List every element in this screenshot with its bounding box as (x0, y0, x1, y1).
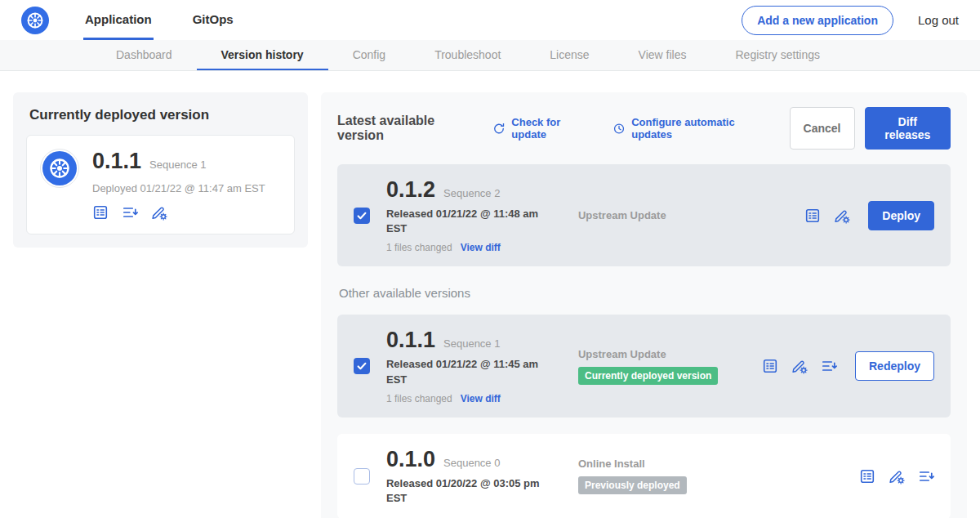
version-row: 0.1.2 Sequence 2 Released 01/21/22 @ 11:… (337, 164, 951, 266)
edit-config-icon[interactable] (151, 204, 167, 221)
deployed-card-title: Currently deployed version (29, 107, 295, 123)
currently-deployed-badge: Currently deployed version (578, 367, 718, 385)
top-navbar: Application GitOps Add a new application… (0, 0, 980, 40)
released-timestamp: Released 01/21/22 @ 11:45 am EST (386, 357, 550, 386)
previously-deployed-badge: Previously deployed (578, 476, 687, 494)
deployed-version-card: 0.1.1 Sequence 1 Deployed 01/21/22 @ 11:… (26, 135, 295, 234)
deploy-logs-icon[interactable] (821, 358, 837, 374)
clock-icon (612, 122, 626, 136)
tab-gitops[interactable]: GitOps (191, 0, 235, 40)
subnav-tab-license[interactable]: License (525, 40, 613, 70)
version-checkbox[interactable] (354, 208, 370, 224)
redeploy-button[interactable]: Redeploy (855, 351, 934, 381)
cancel-button[interactable]: Cancel (790, 107, 855, 150)
view-diff-link[interactable]: View diff (461, 393, 501, 404)
release-notes-icon[interactable] (762, 358, 778, 374)
subnav-tab-dashboard[interactable]: Dashboard (91, 40, 197, 70)
version-checkbox[interactable] (354, 468, 370, 485)
refresh-icon (492, 122, 506, 136)
subnav-tab-config[interactable]: Config (328, 40, 410, 70)
app-subnav: Dashboard Version history Config Trouble… (0, 40, 980, 71)
kubernetes-logo-icon[interactable] (21, 7, 49, 34)
version-number: 0.1.0 (386, 447, 435, 472)
files-changed-label: 1 files changed (386, 242, 452, 253)
check-for-update-link[interactable]: Check for update (492, 116, 593, 141)
configure-automatic-updates-link[interactable]: Configure automatic updates (612, 116, 769, 141)
subnav-tab-registry-settings[interactable]: Registry settings (710, 40, 844, 70)
deploy-logs-icon[interactable] (122, 204, 138, 221)
subnav-tab-troubleshoot[interactable]: Troubleshoot (410, 40, 525, 70)
release-notes-icon[interactable] (804, 208, 821, 224)
released-timestamp: Released 01/21/22 @ 11:48 am EST (386, 207, 550, 236)
other-versions-heading: Other available versions (339, 286, 949, 300)
edit-config-icon[interactable] (889, 468, 905, 485)
check-for-update-label: Check for update (511, 116, 593, 141)
release-notes-icon[interactable] (92, 204, 109, 221)
subnav-tab-version-history[interactable]: Version history (197, 40, 328, 70)
add-new-application-button[interactable]: Add a new application (742, 6, 893, 35)
subnav-tab-view-files[interactable]: View files (614, 40, 711, 70)
deploy-button[interactable]: Deploy (868, 201, 934, 230)
deployed-version-number: 0.1.1 (92, 149, 141, 174)
sequence-label: Sequence 0 (443, 457, 500, 469)
main-content: Currently deployed version 0.1.1 Sequenc… (0, 71, 980, 518)
tab-application[interactable]: Application (83, 0, 154, 40)
released-timestamp: Released 01/20/22 @ 03:05 pm EST (386, 476, 550, 506)
files-changed-label: 1 files changed (386, 393, 452, 404)
version-source-label: Online Install (578, 458, 762, 470)
diff-releases-button[interactable]: Diff releases (865, 107, 951, 150)
sequence-label: Sequence 2 (443, 187, 500, 199)
release-notes-icon[interactable] (859, 468, 875, 485)
edit-config-icon[interactable] (791, 358, 808, 374)
deploy-logs-icon[interactable] (918, 468, 934, 485)
version-source-label: Upstream Update (578, 348, 762, 360)
logout-link[interactable]: Log out (918, 13, 959, 27)
version-row: 0.1.1 Sequence 1 Released 01/21/22 @ 11:… (337, 315, 951, 417)
latest-version-title: Latest available version (337, 114, 476, 143)
kubernetes-app-icon (40, 149, 79, 188)
edit-config-icon[interactable] (834, 208, 850, 224)
deployed-timestamp: Deployed 01/21/22 @ 11:47 am EST (92, 182, 265, 194)
view-diff-link[interactable]: View diff (461, 242, 501, 253)
version-row: 0.1.0 Sequence 0 Released 01/20/22 @ 03:… (337, 434, 951, 518)
currently-deployed-card: Currently deployed version 0.1.1 Sequenc… (13, 92, 308, 248)
version-checkbox[interactable] (354, 358, 370, 374)
sequence-label: Sequence 1 (443, 337, 500, 350)
version-history-panel: Latest available version Check for updat… (321, 92, 967, 518)
version-number: 0.1.2 (386, 177, 435, 203)
deployed-sequence-label: Sequence 1 (149, 159, 206, 171)
version-number: 0.1.1 (386, 328, 435, 353)
version-source-label: Upstream Update (578, 209, 762, 221)
configure-automatic-updates-label: Configure automatic updates (631, 116, 769, 141)
